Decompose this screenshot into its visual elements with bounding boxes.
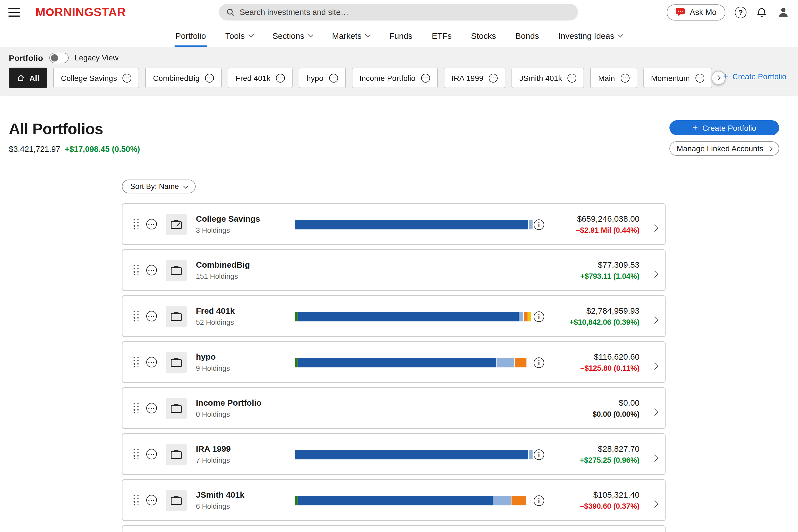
chip-label: IRA 1999 (451, 73, 483, 82)
top-bar: MRNINGSTAR Ask Mo ? (0, 0, 798, 24)
page-title: All Portfolios (9, 121, 140, 137)
section-divider (9, 167, 789, 167)
portfolio-chip[interactable]: College Savings (53, 68, 139, 88)
plus-icon (723, 72, 729, 81)
sort-by-dropdown[interactable]: Sort By: Name (122, 179, 196, 193)
info-icon[interactable]: i (534, 358, 544, 368)
nav-item-label: ETFs (432, 31, 452, 40)
chip-menu-icon[interactable] (205, 73, 214, 82)
card-menu-icon[interactable] (146, 403, 156, 413)
portfolio-value: $116,620.60 (594, 352, 640, 361)
portfolio-card[interactable]: CombinedBig 151 Holdings $77,309.53 +$79… (122, 249, 666, 291)
chip-menu-icon[interactable] (568, 73, 576, 82)
nav-item[interactable]: Investing Ideas (557, 24, 624, 47)
info-icon[interactable]: i (534, 495, 544, 506)
chip-menu-icon[interactable] (621, 73, 629, 82)
portfolio-bar-header: Portfolio Legacy View (9, 53, 789, 63)
nav-item[interactable]: Stocks (470, 24, 497, 47)
info-icon[interactable]: i (534, 450, 544, 460)
drag-handle-icon[interactable] (134, 265, 139, 276)
chip-menu-icon[interactable] (421, 73, 430, 82)
chevron-right-icon[interactable] (652, 406, 657, 416)
allocation-bar (295, 496, 533, 505)
user-icon[interactable] (777, 6, 790, 18)
chevron-right-icon[interactable] (652, 360, 657, 370)
portfolio-holdings: 7 Holdings (196, 456, 231, 464)
portfolio-name-block: JSmith 401k 6 Holdings (196, 490, 244, 510)
drag-handle-icon[interactable] (134, 449, 139, 460)
portfolio-name-block: hypo 9 Holdings (196, 352, 230, 373)
portfolio-bar: Portfolio Legacy View All College Saving… (0, 47, 798, 95)
ask-mo-label: Ask Mo (690, 8, 717, 17)
portfolio-chip[interactable]: Fred 401k (228, 68, 292, 88)
portfolio-value: $659,246,038.00 (577, 214, 640, 223)
chevron-right-icon[interactable] (652, 452, 657, 462)
bell-icon[interactable] (756, 6, 767, 18)
portfolio-card[interactable]: hypo 9 Holdings i $116,620.60 −$125.80 (… (122, 341, 666, 383)
nav-item[interactable]: Bonds (514, 24, 540, 47)
card-menu-icon[interactable] (146, 265, 156, 276)
portfolio-card[interactable]: Fred 401k 52 Holdings i $2,784,959.93 +$… (122, 296, 666, 337)
portfolio-icon (166, 352, 187, 373)
create-portfolio-button[interactable]: Create Portfolio (669, 120, 779, 135)
legacy-view-toggle[interactable] (49, 52, 69, 63)
help-icon[interactable]: ? (735, 6, 746, 18)
chevron-right-icon[interactable] (652, 314, 657, 324)
chip-menu-icon[interactable] (122, 73, 131, 82)
nav-item[interactable]: Funds (388, 24, 413, 47)
drag-handle-icon[interactable] (134, 310, 139, 322)
logo-o-ring (46, 8, 54, 16)
chip-menu-icon[interactable] (696, 73, 704, 82)
portfolio-card[interactable]: Income Portfolio 0 Holdings $0.00 $0.00 … (122, 387, 666, 429)
chevron-right-icon[interactable] (652, 222, 657, 232)
site-search[interactable] (219, 4, 578, 20)
drag-handle-icon[interactable] (134, 357, 139, 368)
nav-item[interactable]: Markets (331, 24, 371, 47)
portfolio-name-block: IRA 1999 7 Holdings (196, 444, 231, 464)
card-menu-icon[interactable] (146, 219, 156, 229)
chip-menu-icon[interactable] (329, 73, 338, 82)
card-menu-icon[interactable] (146, 311, 156, 321)
portfolio-card-partial[interactable] (122, 525, 666, 532)
hamburger-icon[interactable] (8, 8, 20, 16)
info-icon[interactable]: i (534, 311, 544, 322)
portfolio-chip[interactable]: IRA 1999 (443, 68, 506, 88)
portfolio-holdings: 6 Holdings (196, 502, 244, 510)
portfolio-change: +$275.25 (0.96%) (580, 456, 640, 464)
nav-item[interactable]: Tools (224, 24, 254, 47)
chip-menu-icon[interactable] (276, 73, 285, 82)
chip-menu-icon[interactable] (489, 73, 498, 82)
ask-mo-button[interactable]: Ask Mo (666, 4, 725, 20)
chip-all-portfolios[interactable]: All (9, 68, 47, 88)
card-menu-icon[interactable] (146, 357, 156, 367)
portfolio-card[interactable]: College Savings 3 Holdings i $659,246,03… (122, 203, 666, 245)
nav-item[interactable]: ETFs (431, 24, 453, 47)
chevron-right-icon[interactable] (652, 498, 657, 508)
info-icon[interactable]: i (534, 220, 544, 230)
portfolio-chip[interactable]: JSmith 401k (512, 68, 584, 88)
manage-linked-accounts-button[interactable]: Manage Linked Accounts (669, 141, 779, 156)
drag-handle-icon[interactable] (134, 495, 139, 506)
card-menu-icon[interactable] (146, 495, 156, 506)
chevron-right-icon[interactable] (652, 268, 657, 278)
nav-item[interactable]: Sections (271, 24, 314, 47)
portfolio-chip[interactable]: CombinedBig (145, 68, 222, 88)
drag-handle-icon[interactable] (134, 403, 139, 414)
portfolio-chip[interactable]: Main (590, 68, 637, 88)
chip-label: JSmith 401k (519, 73, 562, 82)
chip-label: Momentum (651, 73, 690, 82)
main-content: All Portfolios $3,421,721.97 +$17,098.45… (0, 121, 798, 532)
portfolio-chip[interactable]: Momentum (643, 68, 712, 88)
nav-item[interactable]: Portfolio (174, 24, 207, 47)
card-menu-icon[interactable] (146, 449, 156, 459)
portfolio-chip[interactable]: Income Portfolio (352, 68, 438, 88)
top-bar-actions: Ask Mo ? (666, 4, 790, 20)
search-input[interactable] (240, 8, 571, 17)
page: MRNINGSTAR Ask Mo ? Portfolio Tools Sect… (0, 0, 798, 532)
drag-handle-icon[interactable] (134, 218, 139, 230)
portfolio-card[interactable]: JSmith 401k 6 Holdings i $105,321.40 −$3… (122, 479, 666, 521)
portfolio-chip[interactable]: hypo (299, 68, 345, 88)
create-portfolio-link[interactable]: Create Portfolio (723, 72, 786, 81)
portfolio-card[interactable]: IRA 1999 7 Holdings i $28,827.70 +$275.2… (122, 433, 666, 475)
portfolio-value: $77,309.53 (598, 260, 640, 269)
